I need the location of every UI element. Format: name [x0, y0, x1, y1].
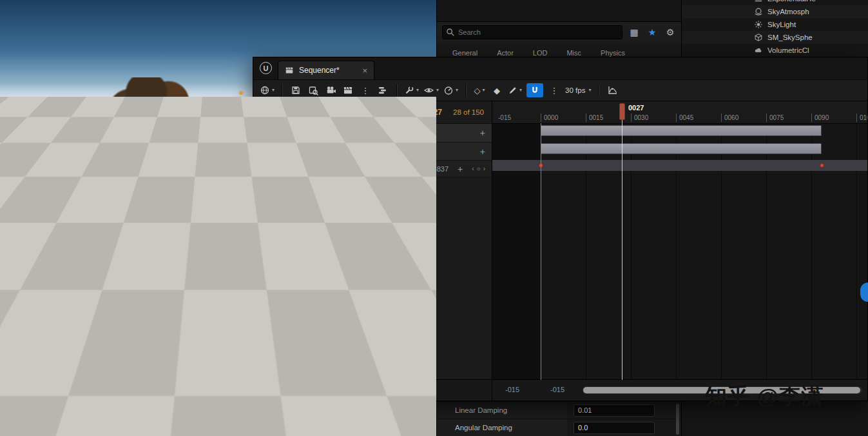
clapperboard-icon [343, 85, 353, 95]
view-options-button[interactable]: ▾ [423, 83, 439, 98]
details-scrollbar[interactable] [676, 404, 679, 435]
frame-track-band[interactable] [492, 160, 867, 171]
tab-physics[interactable]: Physics [601, 49, 625, 57]
auto-key-button[interactable]: ◆ [490, 83, 503, 98]
sequencer-titlebar[interactable]: U Sequencer* × [253, 57, 867, 79]
next-frame-button[interactable]: |▶ [390, 387, 395, 394]
outliner-row-skylight[interactable]: SkyLight [682, 18, 868, 31]
add-track-button[interactable]: + Track [258, 105, 298, 119]
browse-sequences-button[interactable] [307, 83, 320, 98]
sky-atmosphere-icon [754, 7, 763, 16]
column-settings-icon[interactable]: ▦ [628, 27, 641, 37]
details-search-box[interactable] [442, 25, 622, 39]
watermark: 知乎 @李潇 [705, 382, 824, 411]
tab-lod[interactable]: LOD [533, 49, 548, 57]
search-icon [307, 108, 315, 116]
expander-icon[interactable]: ▾ [258, 130, 262, 136]
timeline-area[interactable]: -015 0000 0015 0030 0045 0060 0075 0090 … [492, 101, 867, 380]
filter-funnel-icon[interactable] [391, 108, 400, 117]
static-mesh-icon [754, 33, 763, 42]
details-search-input[interactable] [442, 25, 622, 39]
chevron-down-icon: ▾ [483, 88, 485, 93]
sequence-settings-button[interactable]: ▾ [404, 83, 419, 98]
save-sequence-button[interactable] [289, 83, 302, 98]
next-key-icon[interactable]: › [483, 165, 485, 172]
outliner-row-sm-skysphere[interactable]: SM_SkySphe [682, 31, 868, 44]
previous-frame-button[interactable]: |◀ [358, 387, 363, 394]
sky-light-icon [754, 20, 763, 29]
play-button[interactable]: ▶ [379, 386, 384, 395]
sequencer-tab[interactable]: Sequencer* × [278, 61, 374, 79]
loop-mode-button[interactable]: → [427, 387, 432, 394]
outliner-row-skyatmosphere[interactable]: SkyAtmosph [682, 5, 868, 18]
timeline-ruler[interactable]: -015 0000 0015 0030 0045 0060 0075 0090 … [492, 101, 867, 124]
angular-damping-input[interactable]: 0.0 [574, 422, 655, 434]
playback-range-start-line[interactable] [541, 123, 541, 380]
volumetric-cloud-icon [754, 46, 763, 55]
curve-editor-icon [607, 85, 618, 95]
keyframe-options-button[interactable]: ◇ ▾ [473, 83, 486, 98]
playhead-marker[interactable] [619, 103, 625, 120]
record-button[interactable] [313, 386, 322, 395]
create-camera-button[interactable] [324, 83, 337, 98]
linear-damping-input[interactable]: 0.01 [574, 404, 655, 417]
ruler-tick: 0045 [676, 114, 693, 122]
expander-icon[interactable]: ▾ [269, 148, 272, 155]
add-section-icon[interactable]: + [480, 128, 485, 137]
tab-misc[interactable]: Misc [566, 49, 581, 57]
frame-value-display[interactable]: 41.566837 [415, 165, 448, 173]
snap-options-button[interactable]: ⋮ [548, 83, 561, 98]
outliner-row-exponentialheightfog[interactable]: ExponentialHe [682, 0, 868, 5]
add-section-icon[interactable]: + [480, 147, 485, 156]
wrench-icon [404, 85, 414, 95]
component-icon [276, 147, 285, 156]
add-keyframe-icon[interactable]: ○ [477, 165, 481, 172]
settings-gear-icon[interactable]: ⚙ [664, 27, 677, 37]
track-filters-button[interactable] [376, 83, 389, 98]
current-frame-display[interactable]: 0027 [425, 108, 442, 117]
track-search-box[interactable] [303, 105, 387, 119]
go-to-start-button[interactable]: |◀◀ [327, 387, 337, 394]
track-row-frame-property[interactable]: Frame 41.566837 + ‹ ○ › [253, 161, 492, 177]
side-drawer-button[interactable] [860, 282, 868, 302]
playback-options-button[interactable]: ▾ [443, 83, 458, 98]
close-icon[interactable]: × [362, 66, 367, 75]
tab-general[interactable]: General [452, 49, 477, 57]
add-track-label: Track [273, 108, 293, 117]
add-key-icon[interactable]: + [458, 164, 463, 173]
more-options-button[interactable]: ⋮ [359, 83, 372, 98]
edit-mode-button[interactable]: ▾ [508, 83, 522, 98]
outliner-item-label: ExponentialHe [767, 0, 816, 3]
outliner-item-label: SM_SkySphe [767, 34, 813, 41]
favorites-star-icon[interactable]: ★ [646, 27, 659, 37]
track-panel-header: + Track 0027 28 of 150 [253, 101, 492, 124]
track-row-heterogeneousvolume[interactable]: ▾ HeterogeneousVolume + [253, 124, 492, 143]
selection-outline [0, 433, 436, 435]
ruler-tick: 0030 [631, 114, 648, 122]
play-reverse-button[interactable]: ◀ [369, 387, 373, 394]
property-value-cell: 0.0 [568, 419, 682, 436]
property-value-cell: 0.01 [568, 402, 682, 419]
playhead-line[interactable] [622, 115, 622, 380]
snap-toggle-button[interactable] [526, 83, 543, 97]
loop-section-button[interactable]: ◀▶ [401, 387, 409, 394]
prev-key-icon[interactable]: ‹ [472, 165, 474, 172]
render-movie-button[interactable] [342, 83, 354, 98]
fps-label: 30 fps [565, 86, 585, 94]
jump-back-button[interactable]: ◀◀ [343, 387, 351, 394]
track-search-input[interactable] [318, 108, 380, 117]
tab-actor[interactable]: Actor [497, 49, 514, 57]
curve-editor-button[interactable] [606, 83, 619, 98]
fps-dropdown[interactable]: 30 fps ▾ [565, 83, 591, 98]
outliner-row-volumetriccloud[interactable]: VolumetricCl [682, 44, 868, 57]
timeline-tracks-body[interactable] [492, 123, 867, 380]
track-row-heterogeneousvolumecomponent[interactable]: ▾ HeterogeneousVolumeComponent + [253, 143, 492, 161]
view-range-end[interactable]: -015 [550, 386, 564, 393]
go-to-end-button[interactable]: ▶| [416, 387, 421, 394]
volume-track-section[interactable] [541, 125, 822, 136]
keyframe-dot-end[interactable] [820, 163, 824, 168]
world-picker-button[interactable]: ▾ [260, 83, 275, 98]
view-range-start[interactable]: -015 [505, 386, 519, 393]
ruler-tick: 0090 [811, 114, 829, 122]
component-track-section[interactable] [541, 143, 822, 154]
